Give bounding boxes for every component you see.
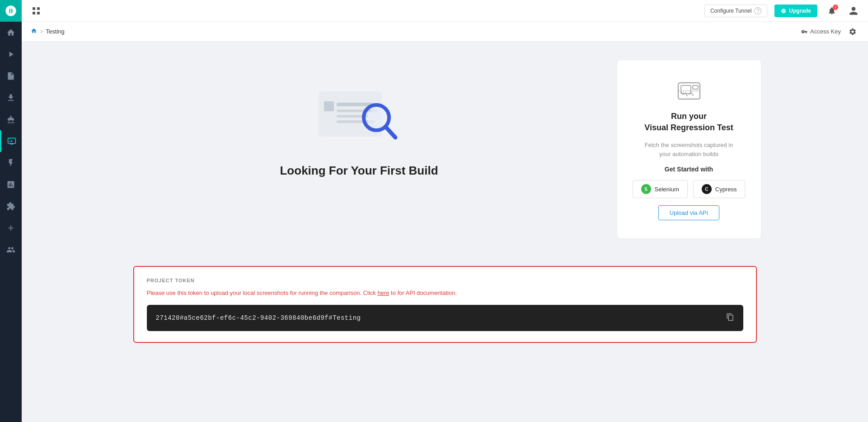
breadcrumb-bar: > Testing Access Key [22,22,868,42]
project-token-desc-after: to for API documentation. [389,289,457,296]
hero-left: Looking For Your First Build [129,60,590,178]
logo-icon [5,5,17,17]
vrt-icon-sidebar [7,137,16,146]
api-doc-link[interactable]: here [377,289,389,296]
sidebar-item-reports[interactable] [0,65,22,87]
sessions-icon [6,50,15,59]
vrt-card: Run your Visual Regression Test Fetch th… [617,60,761,239]
user-icon [849,6,859,16]
sidebar-item-home[interactable] [0,22,22,43]
topbar-left [29,4,43,18]
sidebar-logo[interactable] [0,0,22,22]
reports-icon [6,71,15,81]
breadcrumb-current: Testing [46,28,65,35]
cypress-icon: C [702,184,712,194]
automation-icon [6,158,15,167]
svg-rect-2 [33,12,35,14]
svg-line-12 [385,127,395,138]
help-circle-icon: ? [754,7,761,14]
sidebar-item-vrt[interactable] [0,130,22,152]
selenium-icon: S [641,184,651,194]
copy-token-button[interactable] [726,313,734,323]
framework-buttons: S Selenium C Cypress [633,180,746,198]
content-inner: Looking For Your First Build [129,60,761,343]
search-illustration-svg [310,78,409,150]
upgrade-button[interactable]: ⊕ Upgrade [774,5,817,17]
selenium-button[interactable]: S Selenium [633,180,688,198]
upload-icon [6,93,15,102]
settings-button[interactable] [846,25,859,38]
upgrade-label: Upgrade [789,8,811,14]
cypress-label: Cypress [715,186,737,193]
sidebar-item-robot[interactable] [0,109,22,130]
svg-rect-0 [33,7,35,10]
upload-api-label: Upload via API [670,209,708,216]
hero-section: Looking For Your First Build [129,60,761,239]
robot-icon [6,115,15,124]
vrt-card-title: Run your Visual Regression Test [644,111,733,133]
grid-icon [32,7,40,15]
sidebar-item-add[interactable] [0,217,22,239]
access-key-link[interactable]: Access Key [801,28,841,35]
svg-rect-3 [37,12,40,14]
user-profile-button[interactable] [846,4,861,18]
svg-rect-15 [693,85,698,89]
vrt-card-desc: Fetch the screenshots captured in your a… [645,141,733,158]
svg-point-11 [367,109,385,127]
sidebar-item-automation[interactable] [0,152,22,174]
configure-tunnel-button[interactable]: Configure Tunnel ? [704,5,767,17]
breadcrumb-separator: > [40,28,43,35]
breadcrumb-right: Access Key [801,25,859,38]
configure-tunnel-label: Configure Tunnel [710,8,751,14]
hero-title: Looking For Your First Build [280,164,438,178]
svg-rect-14 [681,85,691,94]
team-icon [6,245,15,254]
key-icon [801,28,807,35]
gear-icon [849,28,857,36]
home-breadcrumb[interactable] [31,28,37,35]
project-token-desc-before: Please use this token to upload your loc… [147,289,378,296]
sidebar-item-upload[interactable] [0,87,22,109]
vrt-card-icon [676,78,702,104]
main-area: Configure Tunnel ? ⊕ Upgrade 1 > [22,0,868,422]
breadcrumb: > Testing [31,28,65,35]
selenium-label: Selenium [655,186,679,193]
upgrade-plus-icon: ⊕ [781,7,786,14]
get-started-label: Get Started with [665,166,713,173]
upload-api-button[interactable]: Upload via API [658,205,719,220]
home-icon [6,28,15,37]
topbar-right: Configure Tunnel ? ⊕ Upgrade 1 [704,4,861,18]
project-token-section: PROJECT TOKEN Please use this token to u… [133,266,757,343]
token-box: 271420#a5ce62bf-ef6c-45c2-9402-369840be6… [147,305,743,331]
token-value: 271420#a5ce62bf-ef6c-45c2-9402-369840be6… [156,314,361,322]
search-illustration [310,78,409,150]
content-area: Looking For Your First Build [22,42,868,422]
integrations-icon [6,202,15,211]
sidebar [0,0,22,422]
topbar: Configure Tunnel ? ⊕ Upgrade 1 [22,0,868,22]
sidebar-item-sessions[interactable] [0,43,22,65]
svg-rect-5 [337,103,373,106]
copy-icon-svg [726,313,734,321]
analytics-icon [6,180,15,189]
vrt-visual-icon [676,78,702,104]
add-icon [6,223,15,232]
sidebar-item-analytics[interactable] [0,174,22,195]
project-token-description: Please use this token to upload your loc… [147,289,743,298]
sidebar-item-integrations[interactable] [0,195,22,217]
grid-icon-button[interactable] [29,4,43,18]
sidebar-item-team[interactable] [0,239,22,261]
svg-rect-1 [37,7,40,10]
cypress-button[interactable]: C Cypress [693,180,746,198]
home-breadcrumb-icon [31,28,37,34]
notification-badge: 1 [833,5,838,10]
access-key-label: Access Key [810,28,841,35]
svg-rect-9 [324,101,334,111]
project-token-label: PROJECT TOKEN [147,278,743,283]
notification-button[interactable]: 1 [825,4,839,18]
